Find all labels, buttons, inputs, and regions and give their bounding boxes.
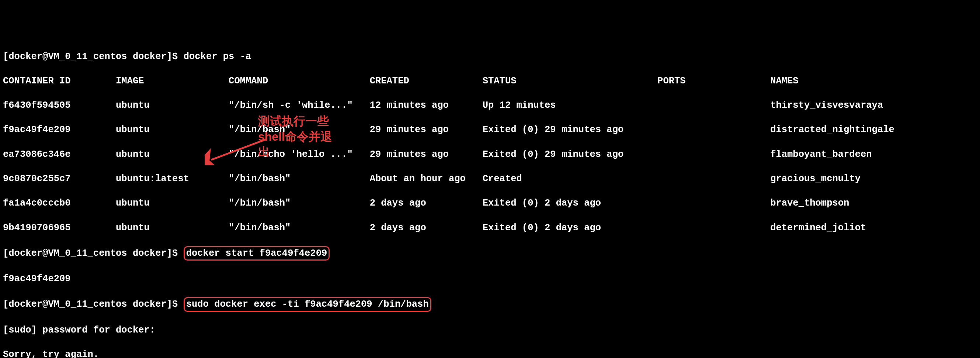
annotation-text: 测试执行一些shell命令并退出 (258, 113, 339, 160)
table-row: f9ac49f4e209 ubuntu "/bin/bash" 29 minut… (3, 124, 977, 136)
table-row: fa1a4c0cccb0 ubuntu "/bin/bash" 2 days a… (3, 197, 977, 209)
output-line: f9ac49f4e209 (3, 273, 977, 285)
table-row: 9b4190706965 ubuntu "/bin/bash" 2 days a… (3, 222, 977, 234)
prompt: [docker@VM_0_11_centos docker]$ (3, 299, 184, 310)
table-row: ea73086c346e ubuntu "/bin/echo 'hello ..… (3, 149, 977, 161)
cmd-line: [docker@VM_0_11_centos docker]$ sudo doc… (3, 297, 977, 312)
cmd-line: [docker@VM_0_11_centos docker]$ docker s… (3, 246, 977, 261)
table-row: f6430f594505 ubuntu "/bin/sh -c 'while..… (3, 99, 977, 112)
prompt: [docker@VM_0_11_centos docker]$ (3, 51, 184, 62)
prompt: [docker@VM_0_11_centos docker]$ (3, 248, 184, 259)
sudo-prompt: [sudo] password for docker: (3, 324, 977, 336)
output-line: Sorry, try again. (3, 348, 977, 358)
cmd-line: [docker@VM_0_11_centos docker]$ docker p… (3, 51, 977, 63)
highlighted-command: sudo docker exec -ti f9ac49f4e209 /bin/b… (184, 297, 431, 312)
command-text: docker ps -a (184, 51, 251, 62)
table-header: CONTAINER ID IMAGE COMMAND CREATED STATU… (3, 75, 977, 87)
highlighted-command: docker start f9ac49f4e209 (184, 246, 330, 261)
table-row: 9c0870c255c7 ubuntu:latest "/bin/bash" A… (3, 173, 977, 185)
